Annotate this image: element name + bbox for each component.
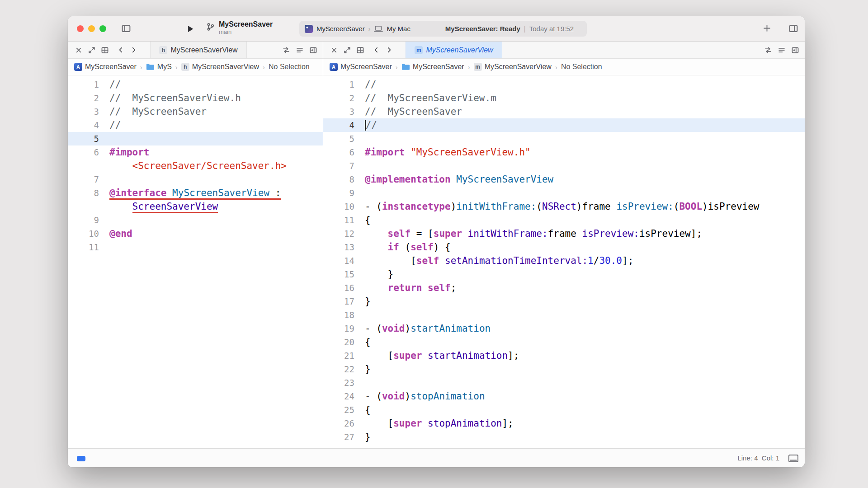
code-token[interactable]: ScreenSaverView: [132, 201, 218, 213]
code-line[interactable]: 5: [323, 132, 805, 145]
line-number[interactable]: 4: [68, 118, 99, 132]
code-token[interactable]: NSRect: [542, 201, 576, 212]
line-number[interactable]: 9: [323, 186, 354, 200]
line-number[interactable]: 11: [323, 213, 354, 227]
code-line[interactable]: 3// MyScreenSaver: [68, 105, 323, 118]
code-text[interactable]: // MyScreenSaver: [354, 105, 462, 118]
back-icon[interactable]: [117, 46, 125, 54]
code-text[interactable]: }: [354, 430, 371, 444]
code-line[interactable]: 7: [68, 173, 323, 186]
line-number[interactable]: 22: [323, 362, 354, 376]
run-button[interactable]: [187, 25, 194, 33]
line-number[interactable]: 3: [323, 105, 354, 118]
keyboard-icon[interactable]: [788, 455, 798, 464]
code-token[interactable]: [109, 160, 132, 171]
line-number[interactable]: 4: [323, 118, 354, 132]
code-token[interactable]: [439, 255, 445, 266]
code-token[interactable]: ): [451, 201, 457, 212]
code-line[interactable]: 5: [68, 132, 323, 145]
sidebar-toggle-icon[interactable]: [121, 24, 131, 33]
line-number[interactable]: 21: [323, 349, 354, 362]
code-line[interactable]: 3// MyScreenSaver: [323, 105, 805, 118]
close-editor-icon[interactable]: [330, 46, 338, 54]
line-number[interactable]: 16: [323, 281, 354, 295]
line-number[interactable]: 15: [323, 267, 354, 281]
code-text[interactable]: [self setAnimationTimeInterval:1/30.0];: [354, 254, 633, 267]
line-number[interactable]: 14: [323, 254, 354, 267]
code-text[interactable]: [99, 240, 109, 254]
add-button[interactable]: [763, 24, 771, 33]
code-token[interactable]: [422, 282, 428, 293]
line-number[interactable]: [68, 159, 99, 173]
code-token[interactable]: isPreview:: [616, 201, 673, 212]
code-text[interactable]: {: [354, 213, 371, 227]
code-line[interactable]: <ScreenSaver/ScreenSaver.h>: [68, 159, 323, 173]
code-line[interactable]: 27}: [323, 430, 805, 444]
code-token[interactable]: ) {: [434, 242, 451, 253]
code-token[interactable]: ;: [451, 282, 457, 293]
code-token[interactable]: initWithFrame:: [468, 228, 548, 239]
code-token[interactable]: :: [269, 188, 281, 200]
breadcrumb-file[interactable]: m MyScreenSaverView: [474, 63, 552, 71]
code-text[interactable]: [354, 186, 365, 200]
code-token[interactable]: ): [702, 201, 708, 212]
line-number[interactable]: 25: [323, 403, 354, 417]
line-number[interactable]: 2: [68, 91, 99, 105]
code-text[interactable]: [354, 159, 365, 173]
code-token[interactable]: ];: [502, 418, 513, 429]
code-token[interactable]: ): [576, 201, 582, 212]
code-token[interactable]: 1: [588, 255, 594, 266]
code-token[interactable]: @implementation: [365, 174, 451, 185]
code-line[interactable]: ScreenSaverView: [68, 200, 323, 213]
code-token[interactable]: instancetype: [382, 201, 451, 212]
code-token[interactable]: // MyScreenSaverView.h: [109, 93, 241, 103]
code-token[interactable]: }: [365, 269, 393, 280]
code-text[interactable]: - (void)startAnimation: [354, 322, 491, 335]
forward-icon[interactable]: [385, 46, 393, 54]
code-token[interactable]: - (: [365, 391, 382, 402]
editor-options-icon[interactable]: [296, 46, 304, 54]
line-number[interactable]: 27: [323, 430, 354, 444]
code-text[interactable]: - (void)stopAnimation: [354, 389, 485, 403]
line-number[interactable]: 3: [68, 105, 99, 118]
code-line[interactable]: 2// MyScreenSaverView.m: [323, 91, 805, 105]
code-token[interactable]: if: [388, 242, 399, 253]
code-line[interactable]: 9: [323, 186, 805, 200]
code-token[interactable]: }: [365, 296, 371, 307]
code-text[interactable]: // MyScreenSaverView.h: [99, 91, 241, 105]
code-line[interactable]: 17}: [323, 295, 805, 308]
code-text[interactable]: #import "MyScreenSaverView.h": [354, 145, 531, 159]
code-text[interactable]: //: [99, 118, 121, 132]
code-text[interactable]: }: [354, 362, 371, 376]
code-line[interactable]: 12 self = [super initWithFrame:frame isP…: [323, 227, 805, 240]
code-text[interactable]: ScreenSaverView: [99, 200, 218, 213]
code-text[interactable]: {: [354, 403, 371, 417]
line-number[interactable]: 20: [323, 335, 354, 349]
expand-editor-icon[interactable]: [88, 46, 96, 54]
code-line[interactable]: 4//: [68, 118, 323, 132]
code-line[interactable]: 7: [323, 159, 805, 173]
code-line[interactable]: 8@interface MyScreenSaverView :: [68, 186, 323, 200]
code-line[interactable]: 25{: [323, 403, 805, 417]
code-line[interactable]: 20{: [323, 335, 805, 349]
code-token[interactable]: void: [382, 391, 405, 402]
code-token[interactable]: }: [365, 364, 371, 375]
code-token[interactable]: void: [382, 323, 405, 334]
code-text[interactable]: [354, 132, 365, 145]
code-token[interactable]: MyScreenSaverView: [172, 188, 269, 200]
code-text[interactable]: //: [354, 118, 377, 132]
code-text[interactable]: @interface MyScreenSaverView :: [99, 186, 281, 200]
code-token[interactable]: [: [365, 418, 393, 429]
code-token[interactable]: = [: [410, 228, 434, 239]
code-line[interactable]: 2// MyScreenSaverView.h: [68, 91, 323, 105]
code-line[interactable]: 13 if (self) {: [323, 240, 805, 254]
related-files-icon[interactable]: [282, 46, 290, 54]
line-number[interactable]: 9: [68, 213, 99, 227]
code-line[interactable]: 8@implementation MyScreenSaverView: [323, 173, 805, 186]
code-line[interactable]: 24- (void)stopAnimation: [323, 389, 805, 403]
left-code-editor[interactable]: 1//2// MyScreenSaverView.h3// MyScreenSa…: [68, 75, 323, 448]
code-line[interactable]: 15 }: [323, 267, 805, 281]
code-text[interactable]: [99, 213, 109, 227]
code-token[interactable]: [462, 228, 468, 239]
code-line[interactable]: 10@end: [68, 227, 323, 240]
